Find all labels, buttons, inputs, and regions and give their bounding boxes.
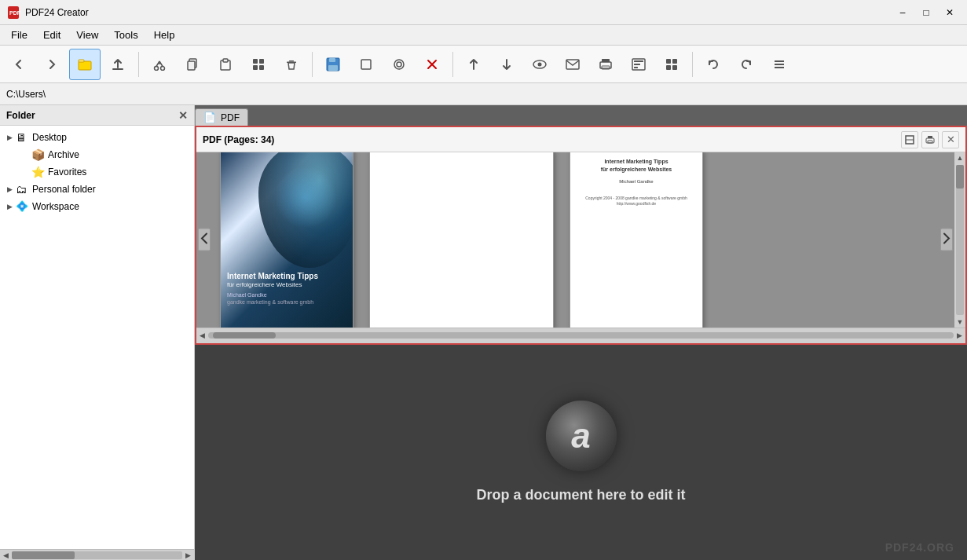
pdf-page-3: Internet Marketing Tippsfür erfolgreiche… [570, 152, 703, 328]
svg-rect-32 [666, 59, 671, 64]
pdf-page-next[interactable] [940, 229, 953, 251]
book-subtitle: für erfolgreichere Websites [227, 281, 346, 289]
icon-desktop: 🖥 [16, 131, 30, 144]
maximize-button[interactable]: □ [915, 3, 937, 22]
cut-button[interactable] [144, 49, 175, 80]
h-scroll-thumb [12, 551, 75, 559]
svg-rect-29 [634, 60, 643, 62]
pdf-snap-button[interactable] [901, 131, 918, 148]
preview-button[interactable] [524, 49, 555, 80]
svg-point-4 [155, 66, 159, 70]
tree-item-archive[interactable]: 📦 Archive [0, 146, 194, 163]
tree-item-favorites[interactable]: ⭐ Favorites [0, 163, 194, 181]
tree-item-desktop[interactable]: ▶ 🖥 Desktop [0, 129, 194, 146]
h-scroll-right[interactable]: ▶ [184, 551, 192, 559]
pdf-area: 📄 PDF PDF (Pages: 34) ✕ [195, 105, 967, 560]
open-folder-button[interactable] [69, 49, 101, 80]
menu-edit[interactable]: Edit [35, 27, 68, 42]
crop-button[interactable] [350, 49, 382, 80]
tab-pdf-icon: 📄 [203, 112, 216, 123]
grid-view-button[interactable] [243, 49, 274, 80]
email-button[interactable] [557, 49, 588, 80]
left-panel-scrollbar: ◀ ▶ [0, 549, 194, 560]
pdf-scroll-right[interactable]: ▶ [957, 331, 962, 339]
pdf-scroll-left[interactable]: ◀ [200, 331, 205, 339]
label-archive: Archive [48, 149, 79, 160]
address-bar: C:\Users\ [0, 83, 967, 105]
svg-rect-33 [672, 59, 677, 64]
menu-tools[interactable]: Tools [106, 27, 145, 42]
svg-rect-26 [602, 59, 610, 62]
save-button[interactable] [317, 49, 349, 80]
move-up-button[interactable] [458, 49, 489, 80]
pdf-print-button[interactable] [921, 131, 939, 148]
paste-button[interactable] [210, 49, 241, 80]
v-scroll-thumb [956, 165, 964, 188]
svg-rect-17 [329, 58, 335, 62]
svg-rect-11 [259, 59, 264, 64]
right-scrollbar: ▲ ▼ [954, 152, 965, 328]
expander-favorites [19, 166, 31, 178]
expander-workspace[interactable]: ▶ [3, 200, 16, 213]
page3-author: Michael Gandke [578, 178, 694, 185]
svg-rect-9 [223, 59, 228, 62]
rotate-ccw-button[interactable] [698, 49, 729, 80]
compress-button[interactable] [623, 49, 654, 80]
tree-item-personal[interactable]: ▶ 🗂 Personal folder [0, 181, 194, 198]
delete-button[interactable] [276, 49, 307, 80]
v-scroll-down[interactable]: ▼ [957, 317, 964, 328]
svg-rect-10 [253, 59, 258, 64]
pdf-pages-row: Internet Marketing Tipps für erfolgreich… [196, 152, 965, 328]
v-scroll-track [956, 165, 964, 315]
more-button[interactable] [764, 49, 795, 80]
menu-file[interactable]: File [3, 27, 35, 42]
move-down-button[interactable] [491, 49, 522, 80]
h-scroll-left[interactable]: ◀ [2, 551, 10, 559]
icon-archive: 📦 [31, 148, 46, 161]
book-cover-glow [274, 166, 337, 229]
icon-favorites: ⭐ [31, 166, 46, 178]
pdf-tab[interactable]: 📄 PDF [195, 108, 248, 126]
minimize-button[interactable]: – [892, 3, 914, 22]
forward-button[interactable] [36, 49, 68, 80]
svg-rect-31 [634, 67, 638, 68]
pdf-viewer-controls: ✕ [901, 131, 959, 148]
drop-text: Drop a document here to edit it [476, 487, 685, 503]
h-scroll-track [12, 551, 182, 559]
pdf-viewer-header: PDF (Pages: 34) ✕ [196, 127, 965, 152]
menu-view[interactable]: View [68, 27, 106, 42]
icon-personal: 🗂 [16, 183, 30, 196]
svg-rect-2 [79, 61, 91, 70]
pdf-viewer-panel: PDF (Pages: 34) ✕ [195, 126, 967, 345]
v-scroll-up[interactable]: ▲ [957, 152, 964, 163]
remove-pages-button[interactable] [416, 49, 448, 80]
close-button[interactable]: ✕ [939, 3, 961, 22]
pdf-close-button[interactable]: ✕ [942, 131, 959, 148]
tree-item-workspace[interactable]: ▶ 💠 Workspace [0, 198, 194, 215]
expander-desktop[interactable]: ▶ [3, 131, 16, 144]
toolbar [0, 46, 967, 83]
back-button[interactable] [3, 49, 35, 80]
folder-close-button[interactable]: ✕ [178, 109, 188, 122]
svg-rect-3 [79, 60, 84, 62]
copy-button[interactable] [177, 49, 208, 80]
label-workspace: Workspace [32, 201, 79, 212]
separator-2 [312, 52, 313, 77]
drop-icon: a [546, 401, 617, 471]
folder-tree: ▶ 🖥 Desktop 📦 Archive ⭐ Favorites ▶ 🗂 Pe… [0, 126, 194, 549]
expander-personal[interactable]: ▶ [3, 183, 16, 196]
pdf-page-prev[interactable] [198, 229, 211, 251]
menu-help[interactable]: Help [146, 27, 183, 42]
svg-point-23 [538, 62, 542, 66]
combine-button[interactable] [383, 49, 415, 80]
pdf-page-2 [369, 152, 554, 328]
rotate-cw-button[interactable] [731, 49, 762, 80]
svg-rect-42 [928, 136, 932, 138]
print-button[interactable] [590, 49, 621, 80]
pdf-viewer-title: PDF (Pages: 34) [203, 134, 274, 145]
label-desktop: Desktop [32, 132, 67, 143]
separator-3 [452, 52, 453, 77]
tools-grid-button[interactable] [656, 49, 687, 80]
level-up-button[interactable] [102, 49, 134, 80]
separator-1 [138, 52, 139, 77]
